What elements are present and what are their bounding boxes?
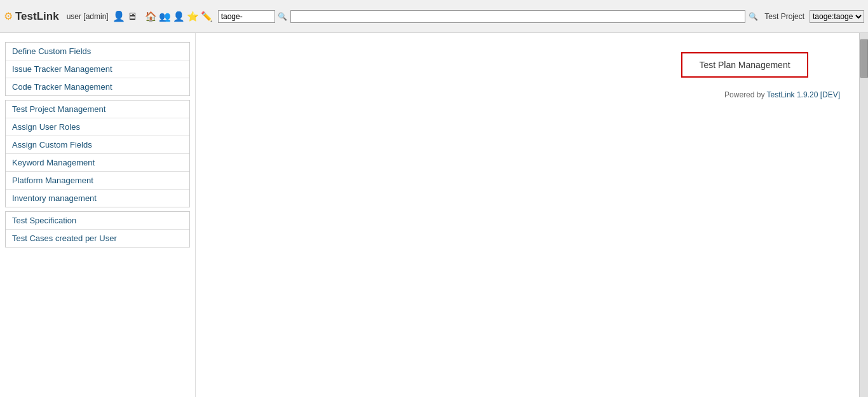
user-avatar-icon[interactable]: 👤 xyxy=(112,10,125,22)
test-project-label: Test Project xyxy=(764,12,804,21)
platform-management-link[interactable]: Platform Management xyxy=(6,172,189,190)
assign-user-roles-link[interactable]: Assign User Roles xyxy=(6,118,189,136)
define-custom-fields-link[interactable]: Define Custom Fields xyxy=(6,43,189,60)
main: Define Custom Fields Issue Tracker Manag… xyxy=(0,33,868,397)
powered-by-link[interactable]: TestLink 1.9.20 [DEV] xyxy=(767,90,840,99)
person-icon[interactable]: 👤 xyxy=(173,11,185,22)
inventory-management-link[interactable]: Inventory management xyxy=(6,190,189,207)
logo-area: ⚙ TestLink xyxy=(4,10,59,23)
search-input[interactable] xyxy=(218,10,275,23)
pencil-icon[interactable]: ✏️ xyxy=(201,11,213,22)
powered-by-prefix: Powered by xyxy=(724,90,767,99)
test-project-select[interactable]: taoge:taoge xyxy=(810,10,864,23)
users-icon[interactable]: 👥 xyxy=(159,11,171,22)
test-group: Test Specification Test Cases created pe… xyxy=(5,211,190,247)
content-area: Test Plan Management Powered by TestLink… xyxy=(196,33,859,397)
test-project-management-link[interactable]: Test Project Management xyxy=(6,101,189,118)
project-group: Test Project Management Assign User Role… xyxy=(5,100,190,207)
keyword-management-link[interactable]: Keyword Management xyxy=(6,154,189,172)
sidebar: Define Custom Fields Issue Tracker Manag… xyxy=(0,33,196,397)
code-tracker-management-link[interactable]: Code Tracker Management xyxy=(6,78,189,95)
header: ⚙ TestLink user [admin] 👤 🖥 🏠 👥 👤 ⭐ ✏️ 🔍… xyxy=(0,0,868,33)
user-info: user [admin] xyxy=(67,12,109,21)
star-icon[interactable]: ⭐ xyxy=(187,11,199,22)
right-scrollbar[interactable] xyxy=(859,33,868,397)
logo-icon: ⚙ xyxy=(4,10,13,22)
test-plan-management-button[interactable]: Test Plan Management xyxy=(681,52,808,78)
test-project-area: Test Project taoge:taoge xyxy=(764,10,864,23)
test-specification-link[interactable]: Test Specification xyxy=(6,212,189,230)
search-icon-2[interactable]: 🔍 xyxy=(747,10,759,23)
search-icon-1[interactable]: 🔍 xyxy=(276,10,289,23)
logo-text: TestLink xyxy=(15,10,59,23)
admin-group: Define Custom Fields Issue Tracker Manag… xyxy=(5,42,190,96)
assign-custom-fields-link[interactable]: Assign Custom Fields xyxy=(6,136,189,154)
search-area: 🔍 🔍 xyxy=(218,10,760,23)
scrollbar-thumb[interactable] xyxy=(860,39,868,78)
search-input-2[interactable] xyxy=(290,10,746,23)
issue-tracker-management-link[interactable]: Issue Tracker Management xyxy=(6,60,189,78)
powered-by: Powered by TestLink 1.9.20 [DEV] xyxy=(724,90,840,99)
monitor-icon[interactable]: 🖥 xyxy=(127,11,137,22)
test-cases-created-per-user-link[interactable]: Test Cases created per User xyxy=(6,230,189,247)
home-icon[interactable]: 🏠 xyxy=(145,11,157,22)
